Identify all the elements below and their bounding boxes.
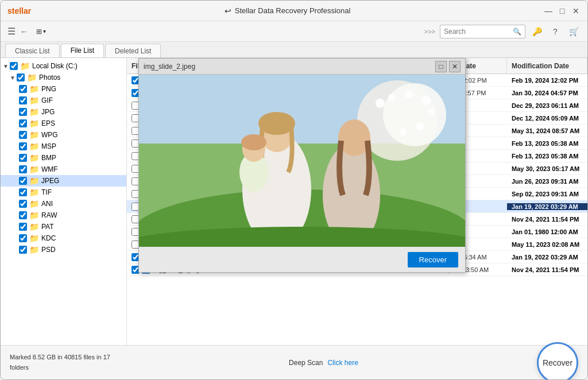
tree-psd-checkbox[interactable]	[19, 246, 27, 254]
expand-icon: ▼	[3, 63, 10, 69]
tab-classic[interactable]: Classic List	[5, 44, 60, 57]
file-cell-modified: May 11, 2023 02:08 AM	[507, 241, 587, 248]
svg-point-11	[400, 129, 407, 135]
tree-photos-checkbox[interactable]	[17, 73, 25, 82]
tree-item-raw[interactable]: 📁 RAW	[1, 210, 126, 221]
tree-png-checkbox[interactable]	[19, 85, 27, 93]
tree-eps-checkbox[interactable]	[19, 119, 27, 127]
preview-panel: img_slide_2.jpeg □ ✕	[138, 58, 466, 273]
tree-photos-label: Photos	[39, 73, 60, 82]
file-cell-modified: Feb 19, 2024 12:02 PM	[507, 77, 587, 84]
left-tree-panel: ▼ 📁 Local Disk (C:) ▼ 📁 Photos 📁 PNG 📁	[1, 58, 127, 345]
search-input[interactable]	[444, 28, 513, 36]
view-toggle[interactable]: ⊞ ▾	[33, 26, 49, 37]
main-recover-button[interactable]: Recover	[537, 342, 578, 381]
tree-msp-label: MSP	[41, 142, 56, 150]
tree-item-bmp[interactable]: 📁 BMP	[1, 152, 126, 164]
tab-deleted[interactable]: Deleted List	[105, 44, 161, 57]
bottom-bar: Marked 8.52 GB in 40815 files in 17 fold…	[1, 345, 587, 379]
tree-item-wmf[interactable]: 📁 WMF	[1, 164, 126, 175]
tree-tif-label: TIF	[41, 188, 52, 196]
app-window: stellar ↩ Stellar Data Recovery Professi…	[0, 0, 588, 380]
preview-controls: □ ✕	[435, 61, 461, 72]
tree-ani-label: ANI	[41, 200, 53, 208]
tree-pat-label: PAT	[41, 223, 54, 231]
preview-maximize-button[interactable]: □	[435, 61, 447, 72]
tree-raw-checkbox[interactable]	[19, 211, 27, 219]
title-bar-left: stellar	[7, 6, 31, 15]
folder-icon: 📁	[29, 165, 39, 174]
folder-icon: 📁	[29, 176, 39, 185]
preview-image-container	[139, 75, 465, 247]
toolbar-left: ☰ ← ⊞ ▾	[7, 26, 420, 37]
tab-bar: Classic List File List Deleted List	[1, 42, 587, 58]
tree-raw-label: RAW	[41, 211, 57, 219]
preview-title: img_slide_2.jpeg	[144, 63, 195, 71]
tree-item-ani[interactable]: 📁 ANI	[1, 198, 126, 210]
title-bar: stellar ↩ Stellar Data Recovery Professi…	[1, 1, 587, 21]
svg-point-6	[388, 94, 395, 101]
undo-icon: ↩	[225, 6, 231, 15]
tree-gif-checkbox[interactable]	[19, 96, 27, 104]
minimize-button[interactable]: —	[544, 6, 553, 15]
tree-bmp-label: BMP	[41, 154, 56, 162]
tree-item-png[interactable]: 📁 PNG	[1, 83, 126, 95]
tree-pat-checkbox[interactable]	[19, 223, 27, 231]
tree-kdc-checkbox[interactable]	[19, 234, 27, 242]
tree-wmf-label: WMF	[41, 165, 58, 173]
tree-item-photos[interactable]: ▼ 📁 Photos	[1, 72, 126, 83]
tree-psd-label: PSD	[41, 246, 56, 254]
grid-icon: ⊞	[36, 28, 42, 36]
folder-icon: 📁	[20, 61, 30, 71]
preview-recover-button[interactable]: Recover	[408, 252, 458, 267]
deep-scan-link[interactable]: Click here	[327, 359, 358, 367]
tree-item-jpeg[interactable]: 📁 JPEG	[1, 175, 126, 187]
preview-title-bar[interactable]: img_slide_2.jpeg □ ✕	[139, 59, 465, 75]
tree-item-gif[interactable]: 📁 GIF	[1, 95, 126, 106]
close-button[interactable]: ✕	[571, 6, 581, 15]
window-title: Stellar Data Recovery Professional	[235, 6, 351, 15]
svg-point-9	[428, 108, 435, 115]
tree-kdc-label: KDC	[41, 234, 56, 242]
expand-icon: ▼	[10, 75, 17, 81]
tree-msp-checkbox[interactable]	[19, 142, 27, 150]
tree-item-psd[interactable]: 📁 PSD	[1, 244, 126, 255]
tab-file[interactable]: File List	[61, 44, 104, 57]
file-cell-modified: Feb 13, 2023 05:38 AM	[507, 153, 587, 160]
tree-item-eps[interactable]: 📁 EPS	[1, 118, 126, 129]
cart-icon-button[interactable]: 🛒	[567, 25, 581, 38]
tree-item-msp[interactable]: 📁 MSP	[1, 141, 126, 152]
file-cell-modified: Sep 02, 2023 09:31 AM	[507, 191, 587, 197]
tree-root[interactable]: ▼ 📁 Local Disk (C:)	[1, 60, 126, 72]
key-icon-button[interactable]: 🔑	[530, 25, 544, 38]
tree-bmp-checkbox[interactable]	[19, 154, 27, 162]
tree-root-label: Local Disk (C:)	[32, 62, 78, 70]
help-icon-button[interactable]: ?	[548, 25, 562, 38]
file-cell-modified: Nov 24, 2021 11:54 PM	[507, 266, 587, 273]
folder-icon: 📁	[29, 211, 39, 220]
folder-icon: 📁	[29, 142, 39, 151]
preview-image	[139, 75, 465, 247]
tree-wpg-checkbox[interactable]	[19, 131, 27, 139]
tree-wmf-checkbox[interactable]	[19, 165, 27, 173]
back-button[interactable]: ←	[20, 27, 28, 36]
maximize-button[interactable]: □	[558, 6, 567, 15]
tree-ani-checkbox[interactable]	[19, 200, 27, 208]
tree-jpeg-checkbox[interactable]	[19, 177, 27, 185]
preview-close-button[interactable]: ✕	[449, 61, 461, 72]
folder-icon: 📁	[29, 234, 39, 243]
tree-jpg-checkbox[interactable]	[19, 108, 27, 116]
tree-item-jpg[interactable]: 📁 JPG	[1, 106, 126, 118]
tree-item-pat[interactable]: 📁 PAT	[1, 221, 126, 232]
tree-png-label: PNG	[41, 85, 56, 93]
status-text: Marked 8.52 GB in 40815 files in 17 fold…	[10, 352, 110, 373]
tree-root-checkbox[interactable]	[10, 62, 18, 70]
tree-item-tif[interactable]: 📁 TIF	[1, 187, 126, 198]
tree-tif-checkbox[interactable]	[19, 188, 27, 196]
col-header-modified[interactable]: Modification Date	[507, 58, 587, 73]
folder-icon: 📁	[29, 119, 39, 128]
tree-item-wpg[interactable]: 📁 WPG	[1, 129, 126, 141]
tree-item-kdc[interactable]: 📁 KDC	[1, 232, 126, 244]
file-cell-modified: Jan 01, 1980 12:00 AM	[507, 228, 587, 235]
hamburger-icon[interactable]: ☰	[7, 26, 16, 37]
